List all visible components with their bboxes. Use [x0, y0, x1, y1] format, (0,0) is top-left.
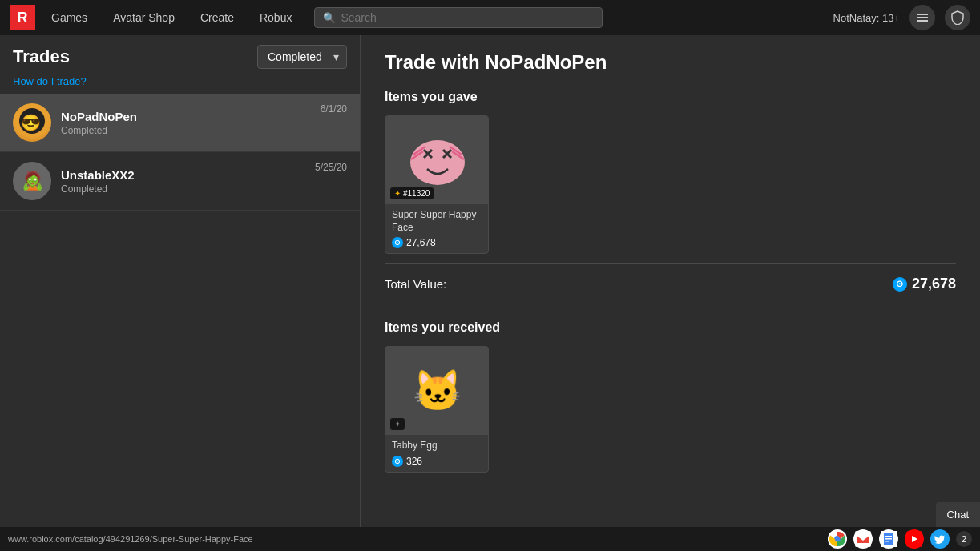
- svg-rect-15: [885, 538, 892, 540]
- trade-list: NoPadNoPen Completed 6/1/20 UnstableXX2 …: [0, 94, 360, 551]
- how-trade-link[interactable]: How do I trade?: [0, 75, 360, 94]
- avatar-unstable: [13, 162, 51, 200]
- shield-icon-btn[interactable]: [945, 5, 970, 30]
- left-header: Trades Inbound Outbound Completed Inacti…: [0, 35, 360, 75]
- nav-robux[interactable]: Robux: [250, 6, 301, 29]
- top-nav: R Games Avatar Shop Create Robux 🔍 NotNa…: [0, 0, 980, 35]
- item-image-happy-face: ✦ #11320: [385, 116, 489, 204]
- nav-right-section: NotNatay: 13+: [833, 5, 970, 30]
- item-value-number-gave: 27,678: [406, 237, 436, 248]
- gave-section-title: Items you gave: [385, 90, 956, 104]
- docs-icon[interactable]: [879, 529, 898, 549]
- filter-dropdown-wrapper[interactable]: Inbound Outbound Completed Inactive: [257, 45, 347, 69]
- item-value-happy-face: ⊙ 27,678: [392, 237, 482, 248]
- robux-icon-gave: ⊙: [392, 237, 403, 248]
- main-content: Trades Inbound Outbound Completed Inacti…: [0, 35, 980, 551]
- roblox-logo[interactable]: R: [10, 5, 35, 30]
- trade-status-unstable: Completed: [61, 183, 347, 195]
- search-bar[interactable]: 🔍: [314, 7, 603, 28]
- chrome-icon[interactable]: [828, 529, 847, 549]
- trade-item-unstable[interactable]: UnstableXX2 Completed 5/25/20: [0, 152, 360, 211]
- search-icon: 🔍: [323, 12, 336, 24]
- item-badge-tabby-egg: ✦: [390, 418, 405, 430]
- username-label: NotNatay: 13+: [833, 12, 900, 24]
- youtube-icon[interactable]: [905, 529, 924, 549]
- item-badge-happy-face: ✦ #11320: [390, 187, 434, 199]
- trade-info-nopadnopen: NoPadNoPen Completed: [61, 110, 347, 136]
- filter-dropdown[interactable]: Inbound Outbound Completed Inactive: [257, 45, 347, 69]
- item-info-happy-face: Super Super Happy Face ⊙ 27,678: [385, 204, 488, 253]
- twitter-icon[interactable]: [930, 529, 950, 549]
- gmail-icon[interactable]: [853, 529, 873, 549]
- item-badge-number: #11320: [403, 189, 430, 198]
- shield-icon: [950, 10, 965, 25]
- nav-avatar-shop[interactable]: Avatar Shop: [103, 6, 184, 29]
- chat-label: Chat: [947, 509, 969, 521]
- trades-title: Trades: [13, 46, 70, 67]
- menu-lines-icon: [917, 14, 928, 22]
- total-value-row: Total Value: ⊙ 27,678: [385, 263, 956, 304]
- svg-rect-14: [885, 536, 892, 537]
- happy-face-svg: [401, 124, 474, 196]
- notification-count-badge: 2: [956, 531, 972, 547]
- svg-rect-16: [885, 541, 889, 542]
- bottom-url: www.roblox.com/catalog/494291269/Super-S…: [8, 534, 253, 544]
- total-robux-icon: ⊙: [893, 277, 907, 292]
- right-panel: Trade with NoPadNoPen Items you gave: [361, 35, 980, 551]
- trade-date-nopadnopen: 6/1/20: [321, 103, 347, 115]
- trade-detail-title: Trade with NoPadNoPen: [385, 51, 956, 74]
- item-name-happy-face: Super Super Happy Face: [392, 209, 482, 234]
- chat-icon-btn[interactable]: [909, 5, 935, 30]
- trade-info-unstable: UnstableXX2 Completed: [61, 168, 347, 195]
- avatar-nopadnopen: [13, 103, 51, 142]
- trade-status-nopadnopen: Completed: [61, 125, 347, 136]
- nav-create[interactable]: Create: [191, 6, 244, 29]
- total-amount: ⊙ 27,678: [893, 276, 956, 292]
- item-card-happy-face[interactable]: ✦ #11320 Super Super Happy Face ⊙ 27,678: [385, 115, 489, 254]
- item-value-tabby-egg: ⊙ 326: [392, 456, 482, 467]
- limited-star-icon: ✦: [394, 189, 401, 198]
- item-info-tabby-egg: Tabby Egg ⊙ 326: [385, 435, 488, 472]
- bottom-bar: www.roblox.com/catalog/494291269/Super-S…: [0, 527, 980, 551]
- trade-item-nopadnopen[interactable]: NoPadNoPen Completed 6/1/20: [0, 94, 360, 152]
- robux-icon-received: ⊙: [392, 456, 403, 467]
- received-items-grid: 🐱 ✦ Tabby Egg ⊙ 326: [385, 346, 956, 473]
- item-card-tabby-egg[interactable]: 🐱 ✦ Tabby Egg ⊙ 326: [385, 346, 489, 473]
- trade-username-unstable: UnstableXX2: [61, 168, 347, 182]
- chat-button[interactable]: Chat: [936, 502, 980, 527]
- trade-username-nopadnopen: NoPadNoPen: [61, 110, 347, 123]
- tabby-egg-emoji: 🐱: [413, 368, 462, 414]
- gave-items-grid: ✦ #11320 Super Super Happy Face ⊙ 27,678: [385, 115, 956, 254]
- search-input[interactable]: [341, 11, 594, 24]
- star-icon-tabby: ✦: [394, 420, 401, 428]
- left-panel: Trades Inbound Outbound Completed Inacti…: [0, 35, 361, 551]
- item-name-tabby-egg: Tabby Egg: [392, 440, 482, 452]
- svg-point-0: [410, 140, 465, 185]
- item-image-tabby-egg: 🐱 ✦: [385, 347, 489, 435]
- nav-games[interactable]: Games: [42, 6, 97, 29]
- trade-date-unstable: 5/25/20: [315, 162, 347, 173]
- total-value-number: 27,678: [912, 276, 956, 292]
- bottom-icons: 2: [828, 529, 972, 549]
- item-value-number-received: 326: [406, 456, 422, 467]
- received-section-title: Items you received: [385, 320, 956, 335]
- total-label: Total Value:: [385, 277, 446, 291]
